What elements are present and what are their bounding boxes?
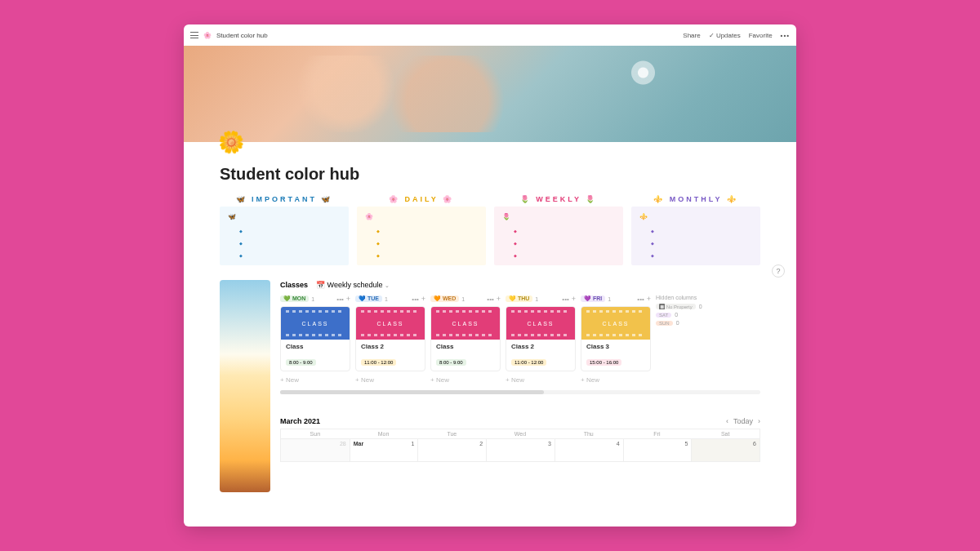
board-column-tue: 💙 TUE 1 ••• + CLASS Class 2 11:00 - 12:0… bbox=[355, 295, 425, 384]
new-card-button[interactable]: New bbox=[280, 376, 350, 384]
board-column-thu: 💛 THU 1 ••• + CLASS Class 2 11:00 - 12:0… bbox=[506, 295, 576, 384]
day-badge[interactable]: 💛 THU bbox=[506, 295, 532, 302]
view-switcher[interactable]: 📅 Weekly schedule ⌄ bbox=[313, 280, 393, 290]
check-icon: ✓ bbox=[709, 32, 715, 39]
class-card[interactable]: CLASS Class 8:00 - 9:00 bbox=[430, 306, 501, 371]
column-add-icon[interactable]: + bbox=[497, 295, 501, 303]
new-card-button[interactable]: New bbox=[506, 376, 576, 384]
calendar: March 2021 ‹ Today › SunMonTueWedThuFriS… bbox=[280, 417, 760, 462]
hidden-col-item[interactable]: SUN 0 bbox=[656, 320, 710, 326]
hidden-col-item[interactable]: 🔲 No Property 0 bbox=[656, 304, 710, 309]
day-badge[interactable]: 💙 TUE bbox=[355, 295, 382, 302]
column-more-icon[interactable]: ••• bbox=[637, 295, 644, 303]
category-row: 🦋 IMPORTANT 🦋 🦋 🌸 DAILY 🌸 🌸 🌷 WEEKLY 🌷 🌷… bbox=[184, 195, 796, 265]
side-image bbox=[220, 280, 270, 492]
column-add-icon[interactable]: + bbox=[572, 295, 576, 303]
updates-button[interactable]: ✓ Updates bbox=[709, 32, 741, 39]
calendar-cell[interactable]: 4 bbox=[555, 438, 623, 461]
calendar-cell[interactable]: 5 bbox=[623, 438, 692, 461]
category-weekly[interactable]: 🌷 WEEKLY 🌷 🌷 bbox=[494, 195, 623, 265]
horizontal-scrollbar[interactable] bbox=[280, 390, 760, 394]
app-window: 🌸 Student color hub Share ✓ Updates Favo… bbox=[184, 24, 796, 527]
day-badge[interactable]: 💜 FRI bbox=[581, 295, 605, 302]
page-content: Student color hub 🦋 IMPORTANT 🦋 🦋 🌸 DAIL… bbox=[184, 142, 796, 527]
classes-header: Classes 📅 Weekly schedule ⌄ bbox=[280, 280, 760, 290]
column-add-icon[interactable]: + bbox=[346, 295, 350, 303]
board-column-wed: 🧡 WED 1 ••• + CLASS Class 8:00 - 9:00 bbox=[430, 295, 501, 384]
board-column-fri: 💜 FRI 1 ••• + CLASS Class 3 15:00 - 16:0… bbox=[581, 295, 651, 384]
calendar-weekdays: SunMonTueWedThuFriSat bbox=[281, 429, 760, 438]
calendar-cell[interactable]: 2 bbox=[417, 438, 486, 461]
cover-image[interactable]: 🌼 bbox=[184, 46, 796, 142]
new-card-button[interactable]: New bbox=[355, 376, 425, 384]
column-add-icon[interactable]: + bbox=[647, 295, 651, 303]
topbar: 🌸 Student color hub Share ✓ Updates Favo… bbox=[184, 24, 796, 46]
breadcrumb-title[interactable]: Student color hub bbox=[216, 32, 268, 39]
share-button[interactable]: Share bbox=[683, 32, 700, 39]
menu-toggle-icon[interactable] bbox=[190, 32, 198, 38]
category-important[interactable]: 🦋 IMPORTANT 🦋 🦋 bbox=[220, 195, 349, 265]
new-card-button[interactable]: New bbox=[430, 376, 501, 384]
column-more-icon[interactable]: ••• bbox=[336, 295, 343, 303]
help-button[interactable]: ? bbox=[772, 264, 785, 278]
calendar-cell[interactable]: Mar1 bbox=[350, 438, 418, 461]
day-badge[interactable]: 💚 MON bbox=[280, 295, 309, 302]
breadcrumb-icon: 🌸 bbox=[203, 32, 212, 39]
class-card[interactable]: CLASS Class 8:00 - 9:00 bbox=[280, 306, 350, 371]
column-add-icon[interactable]: + bbox=[421, 295, 425, 303]
favorite-button[interactable]: Favorite bbox=[749, 32, 773, 39]
scrollbar-thumb[interactable] bbox=[280, 390, 544, 394]
class-card[interactable]: CLASS Class 2 11:00 - 12:00 bbox=[506, 306, 576, 371]
chevron-down-icon: ⌄ bbox=[385, 282, 390, 288]
calendar-title: March 2021 bbox=[280, 417, 320, 425]
column-more-icon[interactable]: ••• bbox=[562, 295, 568, 303]
column-more-icon[interactable]: ••• bbox=[412, 295, 418, 303]
page-title[interactable]: Student color hub bbox=[220, 165, 796, 184]
calendar-cell[interactable]: 3 bbox=[486, 438, 555, 461]
hidden-col-item[interactable]: SAT 0 bbox=[656, 312, 710, 318]
day-badge[interactable]: 🧡 WED bbox=[430, 295, 459, 302]
calendar-cell[interactable]: 28 bbox=[281, 438, 350, 461]
class-card[interactable]: CLASS Class 3 15:00 - 16:00 bbox=[581, 306, 651, 371]
kanban-board: 💚 MON 1 ••• + CLASS Class 8:00 - 9:00 bbox=[280, 295, 760, 384]
more-icon[interactable]: ••• bbox=[781, 32, 790, 39]
class-card[interactable]: CLASS Class 2 11:00 - 12:00 bbox=[355, 306, 425, 371]
category-daily[interactable]: 🌸 DAILY 🌸 🌸 bbox=[357, 195, 486, 265]
column-more-icon[interactable]: ••• bbox=[487, 295, 493, 303]
calendar-icon: 📅 bbox=[316, 281, 325, 289]
category-monthly[interactable]: ⚜️ MONTHLY ⚜️ ⚜️ bbox=[631, 195, 760, 265]
calendar-next-icon[interactable]: › bbox=[758, 417, 760, 425]
calendar-dates: 28 Mar1 2 3 4 5 6 bbox=[281, 438, 760, 461]
card-hero: CLASS bbox=[281, 307, 350, 340]
calendar-prev-icon[interactable]: ‹ bbox=[726, 417, 728, 425]
board-column-mon: 💚 MON 1 ••• + CLASS Class 8:00 - 9:00 bbox=[280, 295, 350, 384]
hidden-columns: Hidden columns 🔲 No Property 0 SAT 0 SUN… bbox=[656, 295, 710, 384]
new-card-button[interactable]: New bbox=[581, 376, 651, 384]
classes-title[interactable]: Classes bbox=[280, 281, 308, 289]
calendar-today-button[interactable]: Today bbox=[733, 417, 753, 425]
calendar-cell[interactable]: 6 bbox=[691, 438, 760, 461]
